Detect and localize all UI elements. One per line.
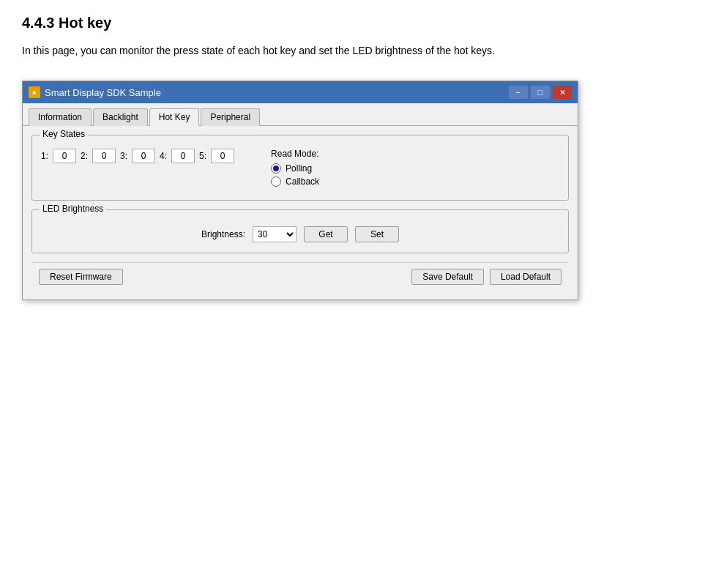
save-default-button[interactable]: Save Default <box>411 269 484 285</box>
tab-bar: Information Backlight Hot Key Peripheral <box>23 103 578 126</box>
set-button[interactable]: Set <box>355 226 399 242</box>
key2-label: 2: <box>81 151 88 161</box>
read-mode-label: Read Mode: <box>271 149 319 159</box>
read-mode-section: Read Mode: Polling Callback <box>271 149 319 190</box>
brightness-label: Brightness: <box>201 229 245 239</box>
radio-callback-row[interactable]: Callback <box>271 176 319 187</box>
window-title: Smart Display SDK Sample <box>45 87 161 98</box>
radio-polling[interactable] <box>271 163 281 174</box>
key1-input[interactable] <box>53 149 76 163</box>
led-brightness-label: LED Brightness <box>40 204 106 214</box>
page-heading: 4.4.3 Hot key <box>22 15 683 31</box>
tab-hotkey[interactable]: Hot Key <box>149 108 200 126</box>
brightness-select[interactable]: 10 20 30 40 50 60 70 80 90 100 <box>253 226 296 242</box>
radio-callback[interactable] <box>271 176 281 187</box>
key1-label: 1: <box>41 151 48 161</box>
bottom-bar-right: Save Default Load Default <box>411 269 562 285</box>
app-icon: ■ <box>29 86 40 98</box>
reset-firmware-button[interactable]: Reset Firmware <box>39 269 123 285</box>
key5-input[interactable] <box>211 149 234 163</box>
radio-polling-row[interactable]: Polling <box>271 163 319 174</box>
key3-input[interactable] <box>132 149 155 163</box>
key-states-group: Key States 1: 2: 3: 4: 5: Read M <box>31 135 569 201</box>
key4-label: 4: <box>160 151 167 161</box>
led-brightness-group: LED Brightness Brightness: 10 20 30 40 5… <box>31 209 569 253</box>
radio-polling-label: Polling <box>286 163 312 174</box>
title-bar-left: ■ Smart Display SDK Sample <box>29 86 161 98</box>
title-bar: ■ Smart Display SDK Sample − □ ✕ <box>23 81 578 103</box>
tab-information[interactable]: Information <box>29 108 92 126</box>
tab-peripheral[interactable]: Peripheral <box>201 108 260 126</box>
load-default-button[interactable]: Load Default <box>490 269 562 285</box>
tab-backlight[interactable]: Backlight <box>93 108 148 126</box>
window-body: Key States 1: 2: 3: 4: 5: Read M <box>23 126 578 299</box>
key2-input[interactable] <box>92 149 116 163</box>
title-bar-controls: − □ ✕ <box>509 86 572 99</box>
key-fields: 1: 2: 3: 4: 5: <box>41 149 234 163</box>
key5-label: 5: <box>199 151 206 161</box>
page-description: In this page, you can monitor the press … <box>22 43 683 59</box>
minimize-button[interactable]: − <box>509 86 528 99</box>
maximize-button[interactable]: □ <box>531 86 550 99</box>
close-button[interactable]: ✕ <box>553 86 572 99</box>
get-button[interactable]: Get <box>304 226 348 242</box>
key4-input[interactable] <box>171 149 195 163</box>
key3-label: 3: <box>120 151 127 161</box>
bottom-bar: Reset Firmware Save Default Load Default <box>31 262 569 291</box>
key-states-row: 1: 2: 3: 4: 5: Read Mode: Polli <box>41 149 559 190</box>
application-window: ■ Smart Display SDK Sample − □ ✕ Informa… <box>22 81 578 300</box>
brightness-row: Brightness: 10 20 30 40 50 60 70 80 90 1… <box>41 226 559 242</box>
key-states-label: Key States <box>40 129 88 139</box>
radio-callback-label: Callback <box>286 176 319 187</box>
